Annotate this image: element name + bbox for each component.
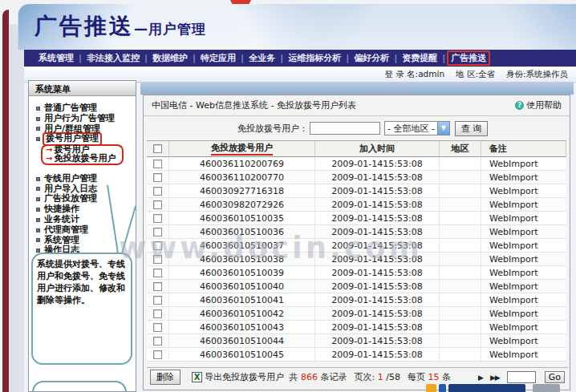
- row-checkbox[interactable]: [153, 241, 162, 250]
- remark-cell: WebImport: [481, 239, 566, 252]
- sidebar-menu-item-label: 用户行为广告管理: [44, 114, 115, 124]
- nav-item-label: 广告推送: [447, 51, 490, 66]
- nav-item-label: 偏好分析: [351, 51, 392, 65]
- table-row: 460036010510040 2009-01-1415:53:08 WebIm…: [147, 280, 566, 293]
- join-time-cell: 2009-01-1415:53:08: [315, 157, 440, 170]
- callout-text: 系统提供对拨号、专线用户和免拨号、免专线用户进行添加、修改和删除等操作。: [37, 259, 125, 305]
- panel-header: 中国电信 - Web信息推送系统 - 免投放拨号用户列表 使用帮助: [144, 95, 570, 116]
- total-count: 866: [301, 372, 318, 382]
- header-user[interactable]: 免投放拨号用户: [169, 141, 315, 156]
- select-all-checkbox[interactable]: [153, 144, 162, 153]
- region-cell: [440, 293, 481, 306]
- go-button[interactable]: Go: [545, 371, 565, 383]
- chevron-down-icon[interactable]: ▼: [437, 122, 449, 135]
- square-bullet-icon: [36, 228, 40, 232]
- user-id-cell: 460036110200769: [169, 157, 315, 170]
- row-checkbox[interactable]: [153, 187, 162, 196]
- table-row: 460036110200770 2009-01-1415:53:08 WebIm…: [147, 171, 566, 184]
- nav-item[interactable]: 偏好分析 |: [351, 51, 399, 65]
- page-label: 页次:: [355, 372, 375, 382]
- row-checkbox-cell: [147, 334, 169, 347]
- remark-cell: WebImport: [481, 307, 566, 320]
- page-total: /58: [386, 372, 400, 382]
- table-row: 460036010510045 2009-01-1415:53:08 WebIm…: [147, 348, 566, 362]
- nav-item-label: 系统管理: [35, 51, 77, 65]
- sidebar-menu-item[interactable]: → 拨号用户管理: [29, 134, 136, 144]
- table-row: 460036010510041 2009-01-1415:53:08 WebIm…: [147, 293, 566, 307]
- join-time-cell: 2009-01-1415:53:08: [315, 307, 440, 320]
- nav-item[interactable]: 全业务 |: [245, 51, 285, 65]
- goto-page-input[interactable]: [507, 371, 536, 383]
- page-indicator: 页次: 1 /58: [355, 371, 400, 383]
- help-link[interactable]: 使用帮助: [515, 99, 562, 111]
- region-cell: [440, 253, 481, 265]
- row-checkbox[interactable]: [153, 269, 162, 277]
- perpage-suffix: 条: [442, 372, 451, 382]
- logo-blue-block: [439, 384, 446, 392]
- row-checkbox[interactable]: [153, 309, 162, 318]
- square-bullet-icon: [36, 117, 40, 121]
- join-time-cell: 2009-01-1415:53:08: [315, 348, 440, 361]
- nav-item-label: 全业务: [245, 51, 278, 65]
- table-row: 460036010510042 2009-01-1415:53:08 WebIm…: [147, 307, 566, 321]
- sidebar-menu-item[interactable]: → 代理商管理: [29, 225, 136, 236]
- delete-button[interactable]: 删除: [150, 370, 181, 385]
- row-checkbox[interactable]: [153, 282, 162, 291]
- last-page-icon[interactable]: ▶▶: [490, 374, 500, 382]
- remark-cell: WebImport: [481, 348, 566, 361]
- row-checkbox[interactable]: [153, 228, 162, 236]
- row-checkbox[interactable]: [153, 200, 162, 209]
- row-checkbox[interactable]: [153, 350, 162, 359]
- sidebar-menu: → 普通广告管理 → 用户行为广告管理 → 用户/群组管理 → 拨号用户管理 →…: [29, 96, 136, 256]
- square-bullet-icon: [36, 218, 40, 222]
- region-cell: [440, 225, 481, 238]
- nav-item[interactable]: 广告推送 |: [447, 51, 490, 66]
- logo-text-block: [448, 384, 525, 392]
- sidebar-menu-item[interactable]: → 用户行为广告管理: [29, 114, 136, 124]
- sidebar-menu-item[interactable]: → 业务统计: [29, 215, 136, 225]
- sidebar-menu-item[interactable]: → 免投放拨号用户: [41, 155, 124, 165]
- perpage-prefix: 每页: [408, 372, 425, 382]
- sidebar: 系统菜单 → 普通广告管理 → 用户行为广告管理 → 用户/群组管理 → 拨号用…: [28, 80, 136, 392]
- row-checkbox[interactable]: [153, 214, 162, 223]
- next-page-icon[interactable]: ▶: [478, 374, 483, 382]
- row-checkbox[interactable]: [153, 296, 162, 305]
- square-bullet-icon: [36, 238, 40, 242]
- region-cell: [440, 307, 481, 320]
- row-checkbox[interactable]: [153, 255, 162, 264]
- table-body: 460036110200769 2009-01-1415:53:08 WebIm…: [147, 157, 566, 362]
- sidebar-menu-item[interactable]: → 专线用户管理: [29, 174, 136, 184]
- row-checkbox[interactable]: [153, 160, 162, 168]
- nav-item-label: 特定应用: [197, 51, 239, 65]
- nav-item[interactable]: 系统管理 |: [35, 51, 83, 65]
- row-checkbox[interactable]: [153, 173, 162, 182]
- user-id-cell: 460036010510044: [169, 334, 315, 347]
- search-input[interactable]: [310, 122, 380, 135]
- search-bar: 免投放拨号用户： - 全部地区 - ▼ 查 询: [144, 116, 570, 140]
- export-link[interactable]: 导出免投放拨号用户: [205, 371, 284, 383]
- user-id-cell: 460036110200770: [169, 171, 315, 184]
- login-name: 登 录 名:admin: [384, 69, 444, 80]
- nav-separator: |: [79, 53, 82, 63]
- row-checkbox[interactable]: [153, 337, 162, 346]
- region-select[interactable]: - 全部地区 - ▼: [384, 121, 450, 135]
- join-time-cell: 2009-01-1415:53:08: [315, 184, 440, 197]
- excel-export-icon: [192, 372, 202, 382]
- square-bullet-icon: [36, 177, 40, 181]
- user-table: 免投放拨号用户 加入时间 地区 备注 460036110200769 2009-…: [147, 140, 566, 362]
- query-button[interactable]: 查 询: [455, 121, 489, 136]
- row-checkbox[interactable]: [153, 323, 162, 332]
- sidebar-menu-item[interactable]: → 普通广告管理: [29, 103, 136, 114]
- remark-cell: WebImport: [481, 157, 566, 170]
- nav-item[interactable]: 资费提醒 |: [399, 51, 447, 65]
- nav-separator: |: [144, 53, 148, 63]
- nav-item[interactable]: 非法接入监控 |: [83, 51, 149, 65]
- user-id-cell: 460036010510036: [169, 225, 315, 238]
- square-bullet-icon: [36, 187, 40, 191]
- nav-item[interactable]: 特定应用 |: [197, 51, 245, 65]
- nav-item[interactable]: 运维指标分析 |: [285, 51, 351, 65]
- region-cell: [440, 280, 481, 293]
- nav-item[interactable]: 数据维护 |: [149, 51, 197, 65]
- user-id-cell: 460036010510045: [169, 348, 315, 361]
- left-maroon-strip: [2, 10, 9, 392]
